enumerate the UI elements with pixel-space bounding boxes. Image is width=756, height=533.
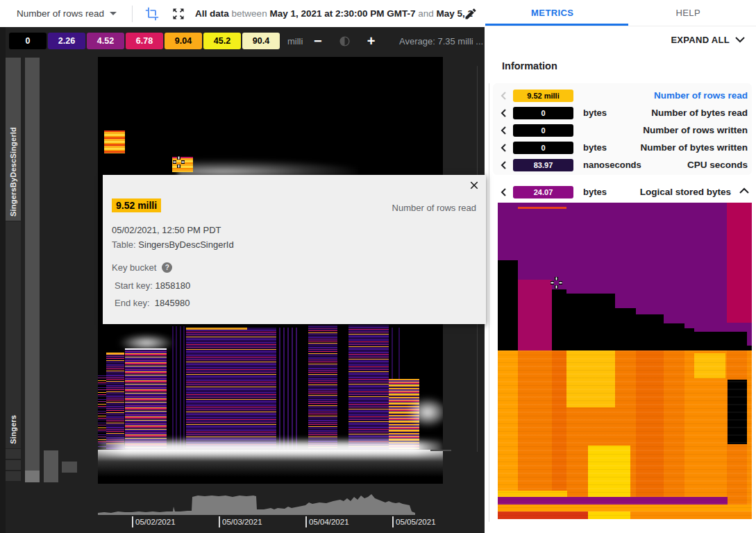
keyspace-cell[interactable] <box>6 471 21 481</box>
heatmap-layer <box>287 328 289 449</box>
metric-label[interactable]: Number of bytes read <box>651 108 748 118</box>
timeline-tick <box>132 516 133 527</box>
heatmap-layer <box>104 130 125 153</box>
timeline-date-label: 05/02/2021 <box>135 518 176 526</box>
metrics-list: 9.52 milliNumber of rows read0bytesNumbe… <box>493 83 752 175</box>
section-title: Information <box>502 60 557 71</box>
tab-help[interactable]: HELP <box>621 0 756 26</box>
metric-value-badge: 83.97 <box>513 159 573 171</box>
average-value-label: Average: 7.35 milli ... <box>399 36 483 46</box>
metric-value-badge: 0 <box>513 107 573 119</box>
chevron-up-icon[interactable] <box>739 187 749 194</box>
metric-row: 24.07bytesLogical stored bytes <box>493 183 752 201</box>
chevron-left-icon[interactable] <box>500 126 508 135</box>
stage-left-edge <box>0 27 6 533</box>
metric-preview-heatmap[interactable] <box>498 203 752 519</box>
preview-heatmap-region <box>615 308 636 350</box>
edit-range-icon[interactable] <box>464 7 478 21</box>
expanded-metric-row: 24.07bytesLogical stored bytes <box>493 183 752 201</box>
metric-unit: bytes <box>583 187 607 197</box>
legend-swatch: 9.04 <box>165 33 202 49</box>
chevron-down-icon <box>735 37 745 43</box>
toolbar-divider <box>132 6 133 22</box>
timeline-histogram[interactable] <box>98 489 415 515</box>
keyspace-bar-1-footer <box>25 471 40 482</box>
heatmap-layer <box>398 328 400 386</box>
metric-row: 83.97nanosecondsCPU seconds <box>493 156 752 174</box>
heatmap-layer <box>283 328 285 449</box>
increase-brightness-button[interactable]: + <box>367 33 376 49</box>
keyspace-cell[interactable] <box>6 460 21 470</box>
legend-unit-label: milli <box>287 36 303 46</box>
tooltip-table-row: Table: SingersByDescSingerId <box>112 239 234 250</box>
heatmap-layer <box>348 325 389 449</box>
table-label-column: SingersByDescSingerIdSingers <box>6 58 21 482</box>
time-range-text: All data between May 1, 2021 at 2:30:00 … <box>195 8 473 19</box>
metric-unit: bytes <box>583 142 607 153</box>
heatmap-layer <box>125 348 167 449</box>
crop-icon[interactable] <box>145 7 159 21</box>
horizontal-scroll-mark[interactable] <box>430 450 451 451</box>
right-panel: METRICS HELP EXPAND ALL Information 9.52… <box>485 0 756 533</box>
contrast-icon[interactable] <box>339 35 351 47</box>
table-segment-singersbydescsingerid[interactable]: SingersByDescSingerId <box>6 58 21 221</box>
heatmap-layer <box>392 328 393 386</box>
tooltip-table-name: SingersByDescSingerId <box>138 239 233 250</box>
table-label: SingersByDescSingerId <box>9 127 17 217</box>
heatmap-layer <box>106 353 124 449</box>
chevron-left-icon[interactable] <box>500 109 508 117</box>
table-label: Singers <box>9 415 17 444</box>
preview-heatmap-region <box>518 280 552 350</box>
chevron-left-icon[interactable] <box>500 92 508 100</box>
brightness-controls: − + <box>314 33 375 49</box>
cell-tooltip: 9.52 milli Number of rows read 05/02/202… <box>103 175 486 324</box>
chevron-left-icon[interactable] <box>500 188 508 196</box>
cursor-crosshair <box>551 277 562 289</box>
chevron-left-icon[interactable] <box>500 144 508 152</box>
heatmap-layer <box>98 373 106 448</box>
tooltip-timestamp: 05/02/2021, 12:50 PM PDT <box>112 225 221 235</box>
timeline-tick <box>219 516 220 527</box>
chevron-down-icon <box>110 12 117 15</box>
expand-all-button[interactable]: EXPAND ALL <box>671 35 745 45</box>
timeline-date-label: 05/04/2021 <box>309 518 349 526</box>
expand-view-icon[interactable] <box>171 7 185 21</box>
decrease-brightness-button[interactable]: − <box>314 33 322 49</box>
metric-label[interactable]: Number of rows read <box>654 90 748 101</box>
metric-label[interactable]: CPU seconds <box>687 160 748 170</box>
table-segment-singers[interactable]: Singers <box>6 221 21 448</box>
heatmap-layer <box>106 353 124 355</box>
keyspace-bar-3[interactable] <box>62 462 77 473</box>
timeline-tick <box>305 516 307 527</box>
tooltip-metric-name: Number of rows read <box>392 203 476 213</box>
metric-select-dropdown[interactable]: Number of rows read <box>17 8 117 19</box>
preview-heatmap-region <box>566 294 615 350</box>
heatmap-layer <box>308 325 337 449</box>
metric-label[interactable]: Number of bytes written <box>640 142 748 153</box>
panel-tab-bar: METRICS HELP <box>485 0 756 26</box>
keyspace-bar-1[interactable] <box>25 58 40 471</box>
keyspace-bar-2[interactable] <box>44 450 58 482</box>
tooltip-start-key-row: Start key: 1858180 <box>115 280 190 291</box>
help-question-icon[interactable]: ? <box>162 262 172 273</box>
heatmap-layer <box>176 326 177 449</box>
preview-heatmap-region <box>518 207 566 209</box>
keyspace-cell[interactable] <box>6 449 21 459</box>
heatmap-layer <box>407 397 443 428</box>
timeline-date-label: 05/03/2021 <box>222 518 262 526</box>
metric-value-badge: 0 <box>513 124 573 137</box>
heatmap-layer <box>279 328 280 449</box>
metric-label[interactable]: Number of rows written <box>643 125 748 135</box>
metric-row: 0Number of rows written <box>493 121 752 139</box>
metric-value-badge: 24.07 <box>513 186 573 198</box>
close-icon[interactable] <box>468 179 480 192</box>
heatmap-layer <box>180 326 181 449</box>
heatmap-layer <box>98 450 443 484</box>
tooltip-key-bucket-row: Key bucket ? <box>112 262 172 273</box>
metric-label[interactable]: Logical stored bytes <box>640 187 731 197</box>
active-tab-underline <box>485 24 628 26</box>
panel-scroll-track[interactable] <box>489 83 489 522</box>
tab-metrics[interactable]: METRICS <box>485 0 621 26</box>
chevron-left-icon[interactable] <box>500 161 508 169</box>
timeline-tick <box>392 516 394 527</box>
